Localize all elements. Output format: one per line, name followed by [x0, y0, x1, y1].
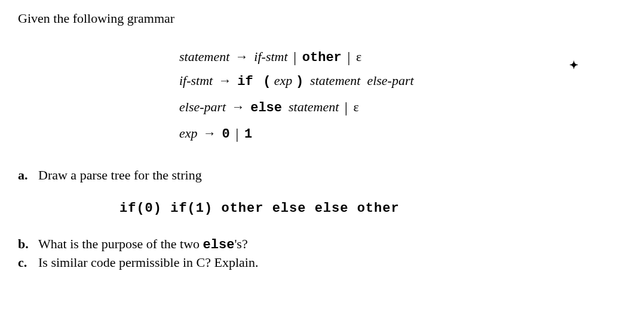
- q-text-b: What is the purpose of the two else's?: [38, 236, 626, 252]
- nt-else-part: else-part: [364, 73, 414, 88]
- alt-bar: |: [345, 48, 352, 66]
- q-label-b: b.: [18, 236, 38, 252]
- code-string: if(0) if(1) other else else other: [119, 201, 626, 216]
- terminal-rparen: ): [296, 74, 303, 89]
- grammar-rule-3: else-part → else statement | ε: [179, 93, 626, 120]
- q-b-pre: What is the purpose of the two: [38, 236, 203, 251]
- alt-bar: |: [233, 125, 241, 142]
- q-b-code: else: [203, 237, 235, 252]
- terminal-zero: 0: [222, 127, 230, 142]
- grammar-block: statement → if-stmt | other | ε if-stmt …: [179, 43, 626, 146]
- q-text-c: Is similar code permissible in C? Explai…: [38, 255, 626, 270]
- page-mark-icon: ✦: [569, 59, 578, 72]
- terminal-lparen: (: [263, 74, 271, 89]
- question-b: b. What is the purpose of the two else's…: [18, 236, 626, 252]
- alt-bar: |: [291, 48, 299, 66]
- q-b-post: 's?: [234, 236, 247, 251]
- terminal-one: 1: [244, 127, 252, 142]
- q-label-a: a.: [18, 167, 38, 183]
- terminal-else: else: [250, 100, 282, 115]
- grammar-rule-4: exp → 0 | 1: [179, 120, 626, 146]
- epsilon: ε: [356, 49, 361, 64]
- nt-statement: statement: [307, 73, 361, 88]
- lhs-exp: exp: [179, 126, 198, 141]
- question-a: a. Draw a parse tree for the string: [18, 167, 626, 183]
- nt-exp: exp: [274, 73, 293, 88]
- lhs-statement: statement: [179, 49, 229, 64]
- grammar-rule-1: statement → if-stmt | other | ε: [179, 43, 626, 69]
- question-c: c. Is similar code permissible in C? Exp…: [18, 255, 626, 270]
- terminal-if: if: [237, 74, 253, 89]
- lhs-else-part: else-part: [179, 99, 226, 114]
- q-label-c: c.: [18, 255, 38, 270]
- intro-text: Given the following grammar: [18, 11, 626, 26]
- alt-bar: |: [342, 99, 350, 116]
- nt-statement: statement: [286, 99, 339, 114]
- epsilon: ε: [354, 99, 359, 114]
- q-text-a: Draw a parse tree for the string: [38, 167, 626, 183]
- arrow-icon: →: [201, 126, 219, 141]
- arrow-icon: →: [216, 73, 234, 88]
- grammar-rule-2: if-stmt → if ( exp ) statement else-part: [179, 69, 626, 93]
- question-list: a. Draw a parse tree for the string if(0…: [18, 167, 626, 270]
- rhs-if-stmt: if-stmt: [254, 49, 287, 64]
- arrow-icon: →: [229, 99, 247, 114]
- lhs-if-stmt: if-stmt: [179, 73, 213, 88]
- terminal-other: other: [302, 50, 342, 65]
- arrow-icon: →: [233, 49, 251, 64]
